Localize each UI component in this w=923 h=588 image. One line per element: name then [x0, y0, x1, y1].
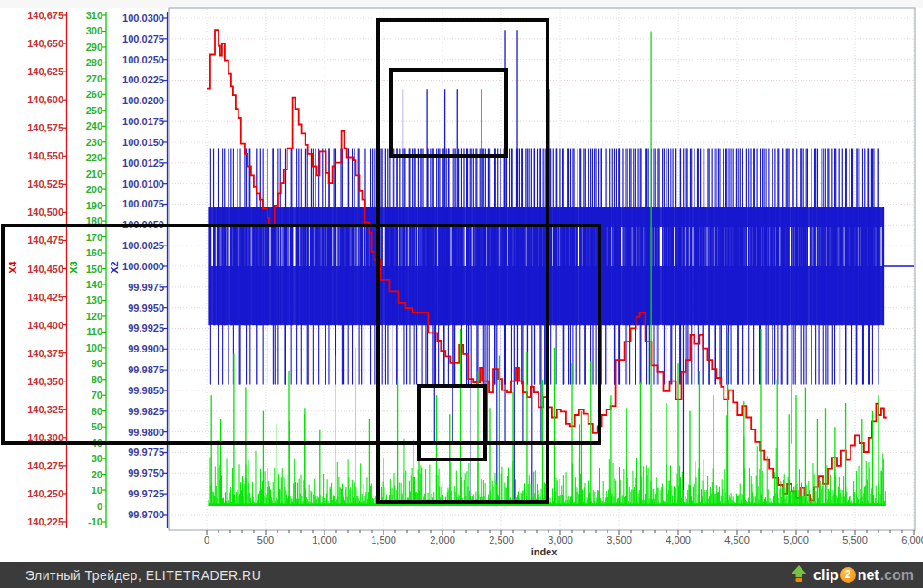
y-tick-label-x2: 100.0300 — [107, 13, 164, 24]
y-tick-label-x2: 99.9700 — [107, 509, 164, 520]
watermark-text: Элитный Трейдер, ELITETRADER.RU — [25, 568, 261, 583]
y-tick-label-x2: 100.0125 — [107, 158, 164, 169]
y-tick-label-x2: 100.0250 — [107, 54, 164, 65]
x-tick-label: 500 — [237, 535, 295, 545]
clip2net-arrow-icon — [791, 565, 807, 585]
x-tick-label: 3,500 — [590, 535, 648, 545]
x-tick-label: 2,000 — [413, 535, 471, 545]
y-tick-label-x2: 100.0100 — [107, 178, 164, 189]
y-tick-label-x2: 100.0200 — [107, 95, 164, 106]
y-tick-label-x3: 240 — [67, 120, 102, 131]
logo-tld: .com — [880, 567, 914, 583]
x-tick-label: 0 — [178, 535, 236, 545]
x-tick-label: 1,500 — [355, 535, 413, 545]
y-tick-label-x2: 100.0175 — [107, 116, 164, 127]
x-axis-title: index — [508, 546, 580, 557]
y-tick-label-x3: 230 — [67, 137, 102, 148]
logo-circle-2: 2 — [840, 567, 856, 583]
x-tick-label: 2,500 — [472, 535, 530, 545]
logo-word-clip: clip — [813, 567, 839, 583]
y-tick-label-x4: 140,275 — [0, 460, 63, 471]
annotation-rectangle — [389, 68, 508, 158]
x-tick-label: 1,000 — [296, 535, 354, 545]
x-tick-label: 5,000 — [767, 535, 825, 545]
y-tick-label-x4: 140,600 — [0, 94, 63, 105]
y-tick-label-x2: 100.0075 — [107, 198, 164, 209]
y-tick-label-x4: 140,625 — [0, 66, 63, 77]
y-tick-label-x4: 140,550 — [0, 150, 63, 161]
y-tick-label-x4: 140,650 — [0, 38, 63, 49]
y-tick-label-x2: 99.9750 — [107, 468, 164, 478]
y-tick-label-x3: 30 — [67, 453, 102, 464]
clip2net-logo: clip 2 net .com — [791, 565, 914, 585]
y-tick-label-x2: 99.9775 — [107, 447, 164, 458]
y-tick-label-x3: 250 — [67, 105, 102, 116]
y-tick-label-x4: 140,500 — [0, 207, 63, 217]
x-tick-label: 3,000 — [531, 535, 589, 545]
y-tick-label-x3: 200 — [67, 184, 102, 195]
y-tick-label-x3: 310 — [67, 10, 102, 21]
y-tick-label-x4: 140,250 — [0, 488, 63, 499]
annotation-rectangle — [1, 224, 601, 445]
y-tick-label-x3: 210 — [67, 169, 102, 179]
logo-word-net: net — [858, 567, 879, 583]
y-tick-label-x3: 270 — [67, 73, 102, 84]
y-tick-label-x2: 99.9725 — [107, 488, 164, 499]
y-tick-label-x3: 20 — [67, 469, 102, 480]
y-tick-label-x3: 220 — [67, 152, 102, 163]
y-tick-label-x3: 280 — [67, 57, 102, 68]
y-tick-label-x3: 10 — [67, 485, 102, 496]
x-tick-label: 5,500 — [826, 535, 884, 545]
x-tick-label: 4,000 — [649, 535, 707, 545]
y-tick-label-x2: 100.0275 — [107, 34, 164, 44]
y-tick-label-x3: 190 — [67, 200, 102, 211]
y-tick-label-x4: 140,525 — [0, 178, 63, 189]
annotation-rectangle — [417, 384, 487, 461]
y-tick-label-x3: 0 — [67, 501, 102, 512]
x-tick-label: 4,500 — [708, 535, 766, 545]
y-tick-label-x4: 140,225 — [0, 516, 63, 527]
y-tick-label-x3: 300 — [67, 25, 102, 36]
watermark-bar: Элитный Трейдер, ELITETRADER.RU clip 2 n… — [0, 562, 923, 588]
screenshot-root: 140,675140,650140,625140,600140,575140,5… — [0, 0, 923, 588]
x-tick-label: 6,000 — [885, 535, 923, 545]
y-tick-label-x4: 140,675 — [0, 10, 63, 21]
y-tick-label-x3: 290 — [67, 42, 102, 53]
y-tick-label-x3: 260 — [67, 89, 102, 100]
y-tick-label-x2: 100.0150 — [107, 137, 164, 148]
y-tick-label-x4: 140,575 — [0, 122, 63, 133]
y-tick-label-x2: 100.0225 — [107, 74, 164, 85]
y-tick-label-x3: -10 — [67, 516, 102, 527]
